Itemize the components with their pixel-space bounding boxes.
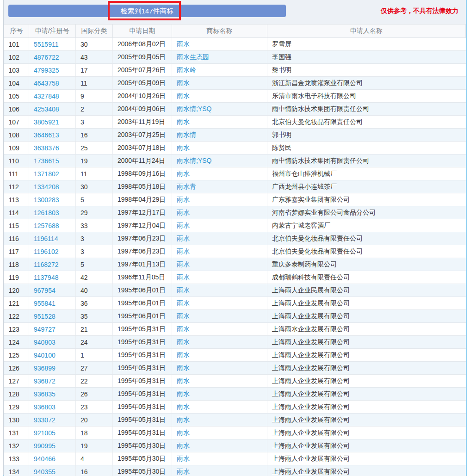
trademark-name-link[interactable]: 雨水 — [177, 364, 190, 371]
serial-cell: 131 — [4, 427, 29, 439]
trademark-name-link[interactable]: 雨水 — [177, 338, 190, 346]
reg-number-link[interactable]: 1300283 — [34, 196, 59, 204]
class-cell: 25 — [76, 142, 113, 155]
reg-number-link[interactable]: 1261803 — [34, 209, 59, 216]
applicant-cell: 广西龙州县小连城茶厂 — [267, 180, 466, 193]
date-cell: 1995年05月31日 — [113, 362, 172, 375]
serial-cell: 120 — [4, 284, 29, 297]
trademark-name-cell: 雨水 — [172, 414, 267, 427]
trademark-name-link[interactable]: 雨水情 — [177, 131, 196, 138]
table-row: 113130028351998年04月29日雨水广东雅嘉实业集团有限公司 — [4, 193, 466, 206]
table-row: 1034799325172005年07月26日雨水岭黎书明 — [4, 64, 466, 77]
trademark-name-cell: 雨水 — [172, 77, 267, 90]
trademark-name-link[interactable]: 雨水 — [177, 209, 190, 216]
class-cell: 3 — [76, 245, 113, 258]
reg-number-link[interactable]: 4876722 — [34, 54, 59, 61]
trademark-name-link[interactable]: 雨水生态园 — [177, 53, 209, 61]
result-count-button[interactable]: 检索到147件商标 — [8, 5, 286, 17]
reg-number-link[interactable]: 933072 — [34, 416, 56, 424]
trademark-name-link[interactable]: 雨水 — [177, 468, 190, 475]
applicant-cell: 罗雪屏 — [267, 38, 466, 51]
trademark-name-link[interactable]: 雨水 — [177, 222, 190, 229]
trademark-name-link[interactable]: 雨水岭 — [177, 66, 196, 74]
trademark-name-cell: 雨水 — [172, 323, 267, 336]
reg-number-link[interactable]: 1371802 — [34, 170, 59, 178]
reg-number-link[interactable]: 1196114 — [34, 235, 58, 242]
serial-cell: 111 — [4, 167, 29, 180]
applicant-cell: 内蒙古宁城老窖酒厂 — [267, 219, 466, 232]
column-header-class: 国际分类 — [76, 25, 113, 38]
applicant-cell: 上海雨人企业发展有限公司 — [267, 336, 466, 349]
reg-number-link[interactable]: 940355 — [34, 468, 56, 476]
trademark-name-link[interactable]: 雨水 — [177, 325, 190, 333]
trademark-name-link[interactable]: 雨水 — [177, 351, 190, 359]
reg-number-link[interactable]: 1736615 — [34, 157, 59, 165]
trademark-name-link[interactable]: 雨水 — [177, 416, 190, 423]
reg-number-link[interactable]: 940466 — [34, 455, 56, 463]
trademark-name-link[interactable]: 雨水 — [177, 455, 190, 462]
trademark-name-link[interactable]: 雨水 — [177, 299, 190, 307]
reg-number-link[interactable]: 5515911 — [34, 41, 58, 48]
reg-number-link[interactable]: 4643758 — [34, 80, 59, 87]
trademark-name-link[interactable]: 雨水 — [177, 260, 190, 268]
reg-number-cell: 933072 — [29, 414, 76, 427]
trademark-name-link[interactable]: 雨水 — [177, 390, 190, 397]
trademark-name-link[interactable]: 雨水情;YSQ — [177, 157, 211, 164]
reg-number-cell: 1137948 — [29, 271, 76, 284]
reg-number-link[interactable]: 1257688 — [34, 222, 59, 229]
trademark-name-link[interactable]: 雨水 — [177, 403, 190, 410]
trademark-name-link[interactable]: 雨水青 — [177, 183, 196, 190]
reg-number-link[interactable]: 940100 — [34, 352, 56, 359]
trademark-name-link[interactable]: 雨水 — [177, 118, 190, 125]
trademark-name-link[interactable]: 雨水 — [177, 312, 190, 320]
class-cell: 27 — [76, 362, 113, 375]
trademark-name-link[interactable]: 雨水 — [177, 442, 190, 449]
reg-number-link[interactable]: 949727 — [34, 326, 56, 333]
applicant-cell: 上海雨人企业发展有限公司 — [267, 401, 466, 414]
trademark-name-link[interactable]: 雨水 — [177, 429, 190, 436]
reg-number-link[interactable]: 951528 — [34, 313, 56, 320]
reg-number-link[interactable]: 1196102 — [34, 248, 58, 255]
trademark-name-link[interactable]: 雨水 — [177, 235, 190, 242]
trademark-name-cell: 雨水 — [172, 167, 267, 180]
reg-number-link[interactable]: 3638376 — [34, 144, 59, 152]
reg-number-link[interactable]: 1168272 — [34, 261, 58, 268]
reg-number-link[interactable]: 967954 — [34, 287, 56, 294]
trademark-name-link[interactable]: 雨水 — [177, 247, 190, 255]
reg-number-link[interactable]: 1334208 — [34, 183, 59, 191]
serial-cell: 102 — [4, 51, 29, 64]
reg-number-link[interactable]: 4799325 — [34, 67, 59, 74]
class-cell: 19 — [76, 439, 113, 452]
date-cell: 1998年04月29日 — [113, 193, 172, 206]
reg-number-link[interactable]: 3805921 — [34, 118, 59, 126]
trademark-name-link[interactable]: 雨水 — [177, 79, 190, 87]
reg-number-link[interactable]: 1137948 — [34, 274, 58, 281]
header-row: 序号申请/注册号国际分类申请日期商标名称申请人名称 — [4, 25, 466, 38]
reg-number-link[interactable]: 936872 — [34, 377, 56, 385]
reg-number-link[interactable]: 990995 — [34, 442, 56, 450]
trademark-name-link[interactable]: 雨水情;YSQ — [177, 105, 211, 112]
reg-number-link[interactable]: 940803 — [34, 339, 56, 346]
trademark-name-link[interactable]: 雨水 — [177, 286, 190, 294]
trademark-name-link[interactable]: 雨水 — [177, 40, 190, 48]
reg-number-link[interactable]: 4253408 — [34, 105, 59, 113]
reg-number-link[interactable]: 955841 — [34, 300, 56, 307]
trademark-name-link[interactable]: 雨水 — [177, 273, 190, 281]
trademark-name-link[interactable]: 雨水 — [177, 92, 190, 99]
trademark-name-link[interactable]: 雨水 — [177, 144, 190, 151]
reg-number-link[interactable]: 4327848 — [34, 93, 59, 100]
date-cell: 1995年05月31日 — [113, 388, 172, 401]
reg-number-link[interactable]: 936835 — [34, 390, 56, 398]
trademark-name-link[interactable]: 雨水 — [177, 377, 190, 384]
reg-number-link[interactable]: 936899 — [34, 365, 56, 372]
reg-number-link[interactable]: 3646613 — [34, 131, 59, 139]
date-cell: 1995年06月01日 — [113, 310, 172, 323]
reg-number-link[interactable]: 936803 — [34, 403, 56, 411]
reg-number-cell: 4327848 — [29, 90, 76, 103]
reg-number-link[interactable]: 921005 — [34, 429, 56, 437]
trademark-name-link[interactable]: 雨水 — [177, 196, 190, 203]
serial-cell: 114 — [4, 206, 29, 219]
trademark-name-link[interactable]: 雨水 — [177, 170, 190, 177]
reg-number-cell: 3646613 — [29, 129, 76, 142]
reg-number-cell: 990995 — [29, 439, 76, 452]
